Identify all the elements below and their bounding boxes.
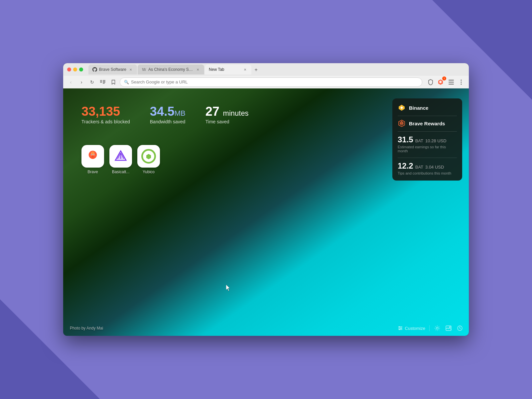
svg-rect-8 (449, 82, 454, 82)
svg-point-33 (399, 329, 400, 330)
svg-rect-1 (100, 81, 102, 82)
browser-window: Brave Software ✕ 𝕎 As China's Economy Su… (63, 63, 469, 336)
quick-access-yubico[interactable]: Yubico (137, 145, 160, 174)
maximize-button[interactable] (79, 67, 83, 71)
reader-mode-button[interactable] (98, 78, 107, 86)
tab-close-new[interactable]: ✕ (243, 67, 247, 72)
svg-point-36 (449, 327, 451, 328)
svg-rect-9 (449, 84, 454, 84)
widgets-panel: Binance Brave Rewards 31.5 (392, 98, 462, 181)
svg-point-18 (93, 154, 94, 155)
traffic-lights (67, 67, 83, 71)
address-bar[interactable]: 🔍 (120, 77, 422, 87)
menu-button[interactable] (457, 78, 466, 86)
svg-point-34 (436, 327, 438, 329)
bookmark-button[interactable] (109, 78, 118, 86)
yubico-app-icon (137, 145, 160, 168)
yubico-label: Yubico (143, 170, 155, 174)
settings-button[interactable] (434, 325, 441, 332)
tab-new[interactable]: New Tab ✕ (205, 65, 251, 74)
svg-rect-0 (100, 80, 102, 81)
reload-button[interactable]: ↻ (88, 78, 96, 86)
svg-marker-26 (400, 121, 404, 126)
rewards-button[interactable]: 1 (436, 78, 445, 86)
brave-rewards-row[interactable]: Brave Rewards (398, 119, 457, 127)
time-value: 27 minutes (205, 105, 249, 118)
history-button[interactable] (456, 325, 464, 332)
close-button[interactable] (67, 67, 71, 71)
bat-earnings: 31.5 BAT 10.28 USD Estimated earnings so… (398, 135, 457, 153)
svg-rect-7 (449, 80, 454, 80)
stats-section: 33,135 Trackers & ads blocked 34.5MB Ban… (81, 105, 249, 124)
tab-news[interactable]: 𝕎 As China's Economy Suffers, Xi F... ✕ (138, 65, 204, 74)
bat-earnings-value: 31.5 BAT 10.28 USD (398, 135, 457, 144)
bandwidth-label: Bandwidth saved (150, 119, 186, 124)
brave-label: Brave (87, 170, 98, 174)
photo-credit: Photo by Andy Mai (70, 326, 103, 331)
svg-rect-3 (103, 80, 105, 81)
bottom-divider (429, 325, 430, 331)
toolbar: ‹ › ↻ 🔍 (63, 76, 469, 88)
quick-access: Brave Basicatt... (81, 145, 160, 174)
time-label: Time saved (205, 119, 249, 124)
brave-app-icon (81, 145, 104, 168)
search-icon: 🔍 (124, 80, 129, 84)
bottom-bar: Photo by Andy Mai Customize (70, 325, 464, 332)
stat-time: 27 minutes Time saved (205, 105, 249, 124)
bat-earnings-desc: Estimated earnings so far this month (398, 145, 457, 153)
svg-rect-2 (100, 82, 102, 83)
tab-title-news: As China's Economy Suffers, Xi F... (148, 67, 194, 72)
wallpaper-button[interactable] (445, 325, 452, 332)
new-tab-button[interactable]: + (251, 65, 261, 74)
quick-access-bat[interactable]: Basicatt... (109, 145, 132, 174)
tab-close-news[interactable]: ✕ (196, 67, 200, 72)
bat-tips: 12.2 BAT 3.04 USD Tips and contributions… (398, 161, 457, 175)
stat-trackers: 33,135 Trackers & ads blocked (81, 105, 130, 124)
bat-label: Basicatt... (112, 170, 130, 174)
svg-point-17 (91, 154, 92, 155)
bandwidth-value: 34.5MB (150, 105, 186, 118)
svg-rect-4 (103, 81, 105, 82)
tab-brave[interactable]: Brave Software ✕ (88, 65, 137, 74)
sidebar-toggle-button[interactable] (447, 78, 456, 86)
shield-button[interactable] (426, 78, 435, 86)
widget-divider-2 (398, 131, 457, 132)
svg-point-31 (399, 327, 400, 328)
stat-bandwidth: 34.5MB Bandwidth saved (150, 105, 186, 124)
minimize-button[interactable] (73, 67, 77, 71)
browser-content: 33,135 Trackers & ads blocked 34.5MB Ban… (63, 88, 469, 336)
customize-label: Customize (405, 326, 425, 331)
tab-favicon (92, 67, 97, 72)
svg-point-11 (461, 81, 462, 82)
trackers-label: Trackers & ads blocked (81, 119, 130, 124)
svg-point-10 (461, 79, 462, 80)
svg-point-32 (400, 328, 401, 329)
title-bar: Brave Software ✕ 𝕎 As China's Economy Su… (63, 63, 469, 76)
trackers-value: 33,135 (81, 105, 130, 118)
quick-access-brave[interactable]: Brave (81, 145, 104, 174)
tab-close-brave[interactable]: ✕ (128, 67, 133, 72)
yubico-circle-icon (141, 149, 156, 164)
binance-icon (398, 104, 406, 112)
bat-app-icon (109, 145, 132, 168)
forward-button[interactable]: › (77, 78, 86, 86)
bat-tips-value: 12.2 BAT 3.04 USD (398, 161, 457, 171)
tab-favicon-news: 𝕎 (142, 67, 146, 72)
toolbar-right: 1 (426, 78, 445, 86)
bat-tips-desc: Tips and contributions this month (398, 171, 457, 175)
bottom-actions: Customize (398, 325, 464, 332)
back-button[interactable]: ‹ (66, 78, 75, 86)
tab-title-brave: Brave Software (99, 67, 126, 72)
search-input[interactable] (131, 79, 418, 84)
svg-point-12 (461, 83, 462, 84)
brave-rewards-icon (398, 119, 406, 127)
customize-button[interactable]: Customize (398, 326, 425, 331)
widget-divider-1 (398, 116, 457, 116)
svg-rect-6 (103, 83, 105, 84)
brave-rewards-label: Brave Rewards (409, 121, 445, 126)
svg-rect-5 (103, 82, 105, 83)
binance-row[interactable]: Binance (398, 104, 457, 112)
tabs-area: Brave Software ✕ 𝕎 As China's Economy Su… (88, 65, 465, 74)
tab-title-new: New Tab (209, 67, 224, 72)
binance-label: Binance (409, 105, 428, 111)
